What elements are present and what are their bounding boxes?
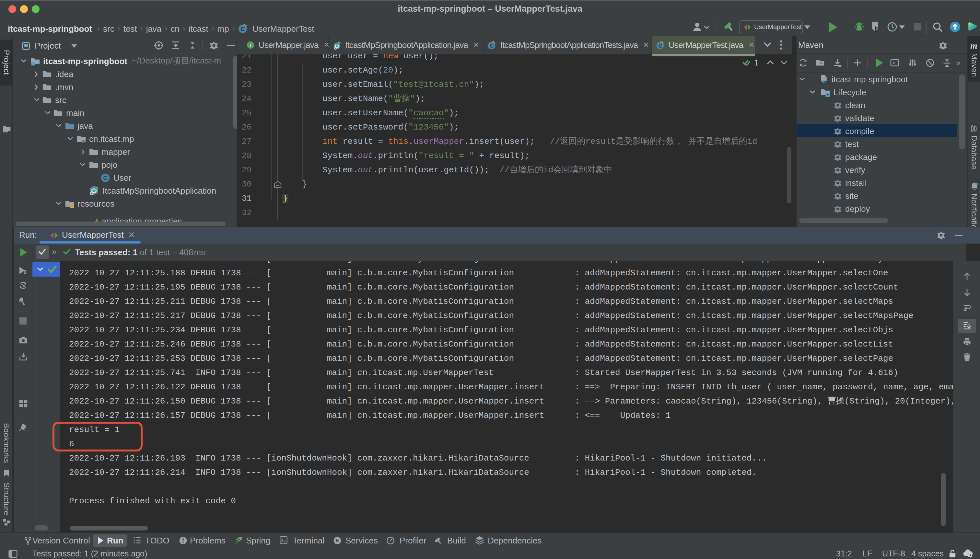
svg-text:m: m [822,78,826,84]
svg-text:C: C [241,26,245,32]
svg-text:C: C [490,43,494,48]
svg-text:I: I [250,43,251,48]
svg-text:9: 9 [23,269,26,275]
svg-text:C: C [103,175,108,181]
svg-text:C: C [658,43,662,48]
